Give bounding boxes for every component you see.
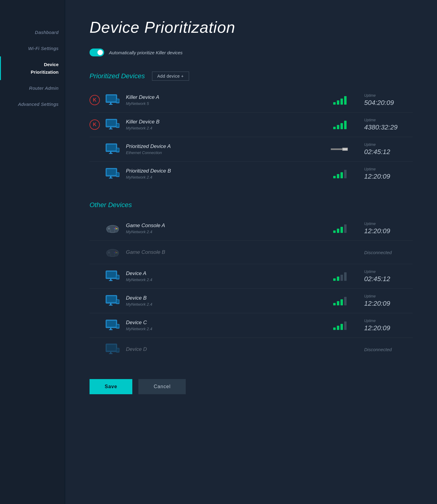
- device-network: MyNetwork 2.4: [126, 126, 328, 130]
- device-row[interactable]: Device D Disconnected: [90, 338, 413, 361]
- svg-rect-96: [107, 345, 116, 351]
- monitor-icon: [105, 119, 120, 131]
- uptime-area: Uptime 12:20:09: [364, 222, 413, 235]
- device-name: Device B: [126, 295, 328, 301]
- device-info: Killer Device B MyNetwork 2.4: [126, 119, 328, 130]
- ethernet-signal: [328, 145, 352, 153]
- svg-rect-74: [344, 272, 347, 281]
- uptime-value: 12:20:09: [364, 300, 413, 307]
- device-info: Device C MyNetwork 2.4: [126, 320, 328, 331]
- gamepad-icon: [105, 246, 120, 258]
- device-network: MyNetwork 2.4: [126, 277, 328, 282]
- device-info: Device D: [126, 346, 328, 352]
- svg-point-50: [107, 229, 111, 232]
- svg-rect-7: [337, 100, 339, 105]
- svg-rect-92: [337, 326, 339, 330]
- svg-rect-86: [107, 321, 116, 327]
- svg-rect-19: [344, 121, 347, 129]
- device-name: Killer Device A: [126, 94, 328, 100]
- device-row[interactable]: Prioritized Device A Ethernet Connection…: [90, 137, 413, 162]
- svg-rect-21: [107, 145, 116, 150]
- svg-rect-100: [117, 348, 119, 351]
- monitor-icon: [105, 168, 120, 180]
- save-button[interactable]: Save: [90, 379, 132, 394]
- prioritized-device-list: K Killer Device A MyNetwork 5 Uptime 504…: [90, 88, 413, 186]
- svg-rect-1: [107, 96, 116, 101]
- uptime-label: Uptime: [364, 143, 413, 147]
- device-info: Device B MyNetwork 2.4: [126, 295, 328, 307]
- device-name: Device A: [126, 270, 328, 277]
- device-info: Killer Device A MyNetwork 5: [126, 94, 328, 106]
- device-info: Prioritized Device B MyNetwork 2.4: [126, 168, 328, 180]
- device-row[interactable]: Device A MyNetwork 2.4 Uptime 02:45:12: [90, 264, 413, 289]
- sidebar-item-dashboard[interactable]: Dashboard: [0, 24, 65, 40]
- uptime-area: Uptime 12:20:09: [364, 167, 413, 180]
- svg-rect-17: [337, 125, 339, 129]
- sidebar-item-device[interactable]: Device: [0, 56, 65, 68]
- uptime-area: Uptime 4380:32:29: [364, 118, 413, 131]
- device-network: MyNetwork 2.4: [126, 230, 328, 234]
- svg-rect-94: [344, 321, 347, 330]
- svg-rect-36: [109, 178, 113, 179]
- svg-rect-83: [340, 299, 343, 305]
- device-row[interactable]: Game Console B Disconnected: [90, 241, 413, 264]
- svg-rect-39: [333, 176, 336, 178]
- monitor-icon: [105, 94, 120, 106]
- wifi-signal: [328, 271, 352, 281]
- uptime-area: Uptime 02:45:12: [364, 270, 413, 283]
- svg-rect-42: [344, 170, 347, 178]
- svg-rect-52: [333, 230, 336, 233]
- add-device-button[interactable]: Add device +: [152, 72, 189, 81]
- svg-point-47: [116, 228, 117, 229]
- svg-rect-3: [109, 104, 113, 105]
- monitor-icon: [105, 343, 120, 355]
- device-name: Game Console B: [126, 249, 328, 255]
- sidebar-item-router-admin[interactable]: Router Admin: [0, 80, 65, 96]
- svg-rect-81: [333, 303, 336, 305]
- device-row[interactable]: Device C MyNetwork 2.4 Uptime 12:20:09: [90, 313, 413, 338]
- device-row[interactable]: K Killer Device A MyNetwork 5 Uptime 504…: [90, 88, 413, 113]
- wifi-signal: [328, 296, 352, 306]
- device-name: Prioritized Device A: [126, 143, 328, 150]
- uptime-label: Uptime: [364, 222, 413, 226]
- uptime-area: Disconnected: [364, 250, 413, 255]
- page-title: Device Prioritization: [90, 18, 413, 36]
- svg-point-63: [107, 253, 111, 256]
- uptime-value: 12:20:09: [364, 324, 413, 332]
- device-row[interactable]: Prioritized Device B MyNetwork 2.4 Uptim…: [90, 162, 413, 186]
- svg-rect-98: [109, 353, 113, 354]
- device-row[interactable]: Game Console A MyNetwork 2.4 Uptime 12:2…: [90, 216, 413, 241]
- wifi-signal: [328, 95, 352, 105]
- device-info: Prioritized Device A Ethernet Connection: [126, 143, 328, 155]
- sidebar-item-advanced[interactable]: Advanced Settings: [0, 96, 65, 112]
- svg-rect-8: [340, 99, 343, 105]
- svg-rect-41: [340, 172, 343, 178]
- killer-badge: K: [90, 95, 100, 105]
- cancel-button[interactable]: Cancel: [138, 379, 186, 394]
- prioritized-section-title: Prioritized Devices: [90, 72, 145, 80]
- svg-rect-28: [343, 148, 347, 150]
- device-name: Device C: [126, 320, 328, 326]
- uptime-area: Uptime 12:20:09: [364, 294, 413, 307]
- sidebar-item-prioritization[interactable]: Prioritization: [0, 68, 65, 80]
- svg-point-46: [115, 227, 116, 229]
- svg-point-59: [115, 251, 116, 253]
- sidebar-active-group: Device Prioritization: [0, 56, 65, 80]
- other-section-title: Other Devices: [90, 201, 132, 209]
- uptime-label: Uptime: [364, 270, 413, 274]
- svg-rect-40: [337, 174, 339, 178]
- gamepad-icon: [105, 222, 120, 234]
- sidebar-item-wifi[interactable]: Wi-Fi Settings: [0, 40, 65, 56]
- svg-rect-84: [344, 297, 347, 305]
- device-network: MyNetwork 2.4: [126, 327, 328, 331]
- svg-rect-71: [333, 278, 336, 281]
- device-row[interactable]: K Killer Device B MyNetwork 2.4 Uptime 4…: [90, 113, 413, 137]
- device-network: MyNetwork 5: [126, 101, 328, 106]
- auto-prioritize-toggle[interactable]: [90, 49, 104, 56]
- svg-rect-13: [109, 129, 113, 129]
- device-name: Killer Device B: [126, 119, 328, 125]
- device-row[interactable]: Device B MyNetwork 2.4 Uptime 12:20:09: [90, 289, 413, 313]
- svg-rect-66: [107, 272, 116, 277]
- svg-rect-91: [333, 328, 336, 330]
- uptime-value: 4380:32:29: [364, 123, 413, 131]
